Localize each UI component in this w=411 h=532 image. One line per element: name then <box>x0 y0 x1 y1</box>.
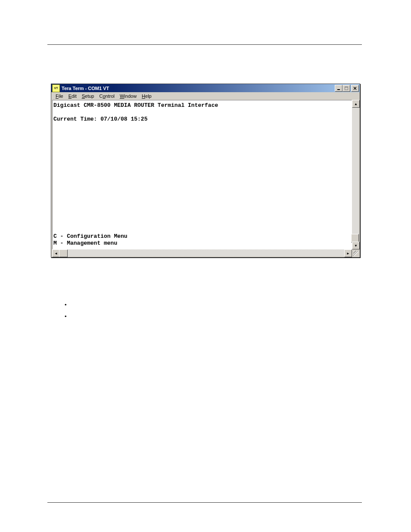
horizontal-scrollbar[interactable]: ◄ ► <box>52 249 352 256</box>
terminal-menu-c: C - Configuration Menu <box>53 233 128 240</box>
terminal-output[interactable]: Digicast CMR-8500 MEDIA ROUTER Terminal … <box>52 100 352 249</box>
titlebar[interactable]: VT Tera Term - COM1 VT <box>51 84 360 92</box>
bottom-divider <box>47 502 362 503</box>
window-controls <box>335 85 359 92</box>
menu-setup[interactable]: Setup <box>79 93 97 99</box>
bullet-list: • • <box>65 302 67 325</box>
top-divider <box>47 44 362 45</box>
close-button[interactable] <box>351 85 359 92</box>
maximize-button[interactable] <box>342 85 350 92</box>
terminal-line-time: Current Time: 07/10/08 15:25 <box>53 116 147 122</box>
menu-help[interactable]: Help <box>139 93 154 99</box>
menu-window[interactable]: Window <box>117 93 139 99</box>
scroll-right-icon[interactable]: ► <box>344 249 352 257</box>
tera-term-window: VT Tera Term - COM1 VT File Edit Setup C… <box>51 84 360 258</box>
scroll-up-icon[interactable]: ▲ <box>352 100 360 108</box>
bullet-icon: • <box>65 302 67 308</box>
client-area: Digicast CMR-8500 MEDIA ROUTER Terminal … <box>51 100 360 257</box>
window-title: Tera Term - COM1 VT <box>62 86 109 91</box>
menubar: File Edit Setup Control Window Help <box>51 92 360 100</box>
menu-file[interactable]: File <box>53 93 66 99</box>
scroll-down-icon[interactable]: ▼ <box>352 242 360 249</box>
menu-control[interactable]: Control <box>97 93 117 99</box>
vertical-scroll-thumb[interactable] <box>351 234 359 243</box>
menu-edit[interactable]: Edit <box>66 93 79 99</box>
vertical-scrollbar[interactable]: ▲ ▼ <box>352 100 359 249</box>
horizontal-scroll-thumb[interactable] <box>59 249 68 257</box>
terminal-line-header: Digicast CMR-8500 MEDIA ROUTER Terminal … <box>53 102 218 109</box>
terminal-menu-m: M - Management menu <box>53 240 117 246</box>
resize-grip-icon[interactable] <box>352 249 359 256</box>
bullet-icon: • <box>65 313 67 320</box>
svg-rect-0 <box>337 89 340 90</box>
app-icon[interactable]: VT <box>52 84 60 92</box>
minimize-button[interactable] <box>335 85 342 92</box>
svg-rect-2 <box>345 87 348 87</box>
